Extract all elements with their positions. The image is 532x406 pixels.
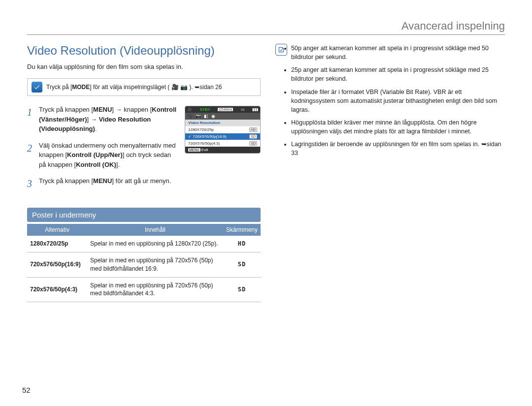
tab-video-icon: 🎥 xyxy=(187,114,193,119)
tip-text: Tryck på [MODE] för att välja inspelning… xyxy=(46,84,222,91)
sd-card-icon: ▭ xyxy=(241,107,245,112)
battery-icon: ▮▮▮ xyxy=(252,107,258,112)
table-row: 720x576/50p(4:3) Spelar in med en upplös… xyxy=(27,277,261,302)
tab-record-icon: ◉ xyxy=(211,114,215,119)
tip-box: Tryck på [MODE] för att välja inspelning… xyxy=(27,78,261,96)
lcd-statusbar: 🎥 STBY [254Min] ▭ ▮▮▮ xyxy=(185,106,260,113)
lcd-stby: STBY xyxy=(200,107,210,112)
step-3-text: Tryck på knappen [MENU] för att gå ur me… xyxy=(39,176,261,186)
page-number: 52 xyxy=(22,386,31,394)
tab-scene-icon: ◧ xyxy=(204,114,208,119)
step-2: 2 Välj önskad undermeny och menyalternat… xyxy=(27,141,180,170)
note-item: Inspelade filer är i formatet VBR (Varia… xyxy=(291,88,505,114)
tab-photo-icon: 📷 xyxy=(196,114,201,119)
chapter-title: Avancerad inspelning xyxy=(401,20,505,32)
notes-list: 50p anger att kameran kommer att spela i… xyxy=(291,44,505,157)
lcd-item: 720X576/50p(4:3) SD xyxy=(185,140,260,147)
note-item: 50p anger att kameran kommer att spela i… xyxy=(291,44,505,62)
note-item: Högupplösta bilder kräver mer minne än l… xyxy=(291,118,505,136)
note-item: Lagringstiden är beroende av upplösninge… xyxy=(291,140,505,157)
subsection-title: Poster i undermeny xyxy=(27,208,261,222)
note-item: 25p anger att kameran kommer att spela i… xyxy=(291,65,505,83)
video-mode-icon: 🎥 xyxy=(187,107,192,112)
th-alternativ: Alternativ xyxy=(27,224,87,236)
lcd-tabs: 🎥 📷 ◧ ◉ xyxy=(185,113,260,120)
lcd-item-selected: ✓ 720X576/50p(16:9) SD xyxy=(185,133,260,140)
section-title: Video Resolution (Videoupplösning) xyxy=(27,44,261,58)
lcd-menu-title: Video Resolution xyxy=(185,120,260,126)
intro-text: Du kan välja upplösning för den film som… xyxy=(27,62,261,71)
step-2-text: Välj önskad undermeny och menyalternativ… xyxy=(39,141,180,170)
lcd-item: 1280X720/25p HD xyxy=(185,126,260,133)
lcd-time: [254Min] xyxy=(218,108,233,111)
lcd-preview: 🎥 STBY [254Min] ▭ ▮▮▮ 🎥 📷 ◧ ◉ Video Reso… xyxy=(185,106,261,154)
tip-icon xyxy=(32,82,42,93)
step-1: 1 Tryck på knappen [MENU] → knappen [Kon… xyxy=(27,105,180,134)
table-row: 1280x720/25p Spelar in med en upplösning… xyxy=(27,236,261,252)
step-3: 3 Tryck på knappen [MENU] för att gå ur … xyxy=(27,176,261,191)
lcd-exit: MENU Exit xyxy=(185,147,260,153)
step-1-text: Tryck på knappen [MENU] → knappen [Kontr… xyxy=(39,105,180,134)
submenu-table: Alternativ Innehåll Skärmmeny 1280x720/2… xyxy=(27,224,261,302)
chapter-header: Avancerad inspelning xyxy=(27,20,505,35)
table-row: 720x576/50p(16:9) Spelar in med en upplö… xyxy=(27,252,261,277)
th-innehall: Innehåll xyxy=(87,224,223,236)
th-skarmmeny: Skärmmeny xyxy=(223,224,261,236)
